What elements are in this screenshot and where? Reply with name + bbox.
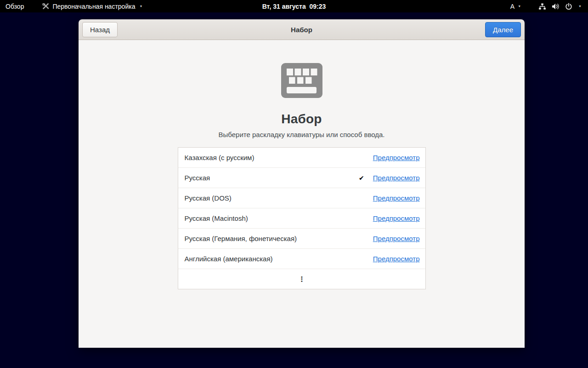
layout-row[interactable]: Русская (Macintosh)Предпросмотр	[178, 208, 425, 229]
activities-label: Обзор	[6, 3, 24, 10]
preview-link[interactable]: Предпросмотр	[373, 154, 420, 161]
layout-name: Русская (Германия, фонетическая)	[185, 235, 373, 242]
layout-name: Русская (DOS)	[185, 194, 373, 202]
tools-icon	[42, 3, 49, 10]
app-menu-label: Первоначальная настройка	[52, 3, 135, 10]
page-title: Набор	[281, 112, 322, 126]
preview-link[interactable]: Предпросмотр	[373, 235, 420, 242]
chevron-down-icon: ▼	[518, 5, 521, 8]
input-source-label: A	[510, 3, 514, 10]
layout-name: Русская	[185, 174, 359, 182]
back-button[interactable]: Назад	[82, 22, 118, 37]
layout-name: Английская (американская)	[185, 255, 373, 263]
layout-row[interactable]: Русская✔Предпросмотр	[178, 168, 425, 188]
page-subtitle: Выберите раскладку клавиатуры или способ…	[219, 131, 385, 138]
top-bar: Обзор Первоначальная настройка ▼ Вт, 31 …	[0, 0, 588, 12]
keyboard-layout-list: Казахская (с русским)ПредпросмотрРусская…	[178, 147, 426, 289]
layout-name: Русская (Macintosh)	[185, 214, 373, 222]
system-status-area[interactable]: ▼	[534, 0, 588, 12]
preview-link[interactable]: Предпросмотр	[373, 214, 420, 222]
desktop: Обзор Первоначальная настройка ▼ Вт, 31 …	[0, 0, 588, 368]
power-icon	[565, 3, 572, 10]
layout-row[interactable]: Казахская (с русским)Предпросмотр	[178, 148, 425, 168]
clock[interactable]: Вт, 31 августа 09:23	[262, 0, 326, 12]
next-button[interactable]: Далее	[485, 22, 521, 37]
check-icon: ✔	[359, 174, 364, 182]
layout-row[interactable]: Русская (DOS)Предпросмотр	[178, 188, 425, 208]
initial-setup-window: Назад Набор Далее Набор Выберите р	[79, 19, 525, 348]
layout-name: Казахская (с русским)	[185, 154, 373, 161]
preview-link[interactable]: Предпросмотр	[373, 194, 420, 202]
preview-link[interactable]: Предпросмотр	[373, 255, 420, 263]
keyboard-icon	[281, 63, 322, 100]
layout-row[interactable]: Английская (американская)Предпросмотр	[178, 249, 425, 269]
volume-icon	[551, 3, 560, 10]
preview-link[interactable]: Предпросмотр	[373, 174, 420, 182]
chevron-down-icon: ▼	[578, 5, 582, 8]
more-layouts-row[interactable]: ⋮	[178, 269, 425, 289]
chevron-down-icon: ▼	[139, 5, 142, 8]
headerbar-title: Набор	[291, 26, 312, 34]
wired-network-icon	[538, 3, 546, 10]
app-menu-button[interactable]: Первоначальная настройка ▼	[37, 0, 148, 12]
layout-row[interactable]: Русская (Германия, фонетическая)Предпрос…	[178, 229, 425, 249]
activities-button[interactable]: Обзор	[0, 0, 29, 12]
input-source-indicator[interactable]: A ▼	[506, 0, 526, 12]
typing-page: Набор Выберите раскладку клавиатуры или …	[79, 40, 525, 348]
headerbar: Назад Набор Далее	[79, 19, 525, 40]
